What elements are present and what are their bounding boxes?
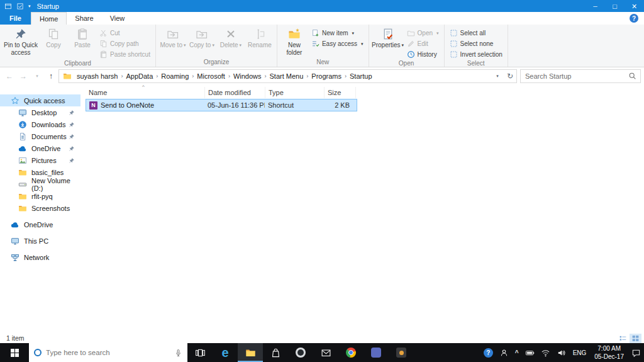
select-all-button[interactable]: Select all (448, 28, 504, 38)
new-item-caret-icon (351, 30, 355, 37)
sidebar-item-label: OneDrive (24, 221, 53, 229)
file-row-send-to-onenote[interactable]: Send to OneNote 05-Jun-16 11:36 PM Short… (86, 99, 357, 111)
breadcrumb-item[interactable]: Startup (347, 72, 375, 81)
recent-locations-caret-icon[interactable] (31, 70, 43, 82)
sidebar-item-onedrive[interactable]: OneDrive (0, 218, 80, 230)
paste-shortcut-button[interactable]: Paste shortcut (98, 50, 152, 59)
file-explorer-button[interactable] (238, 343, 263, 362)
language-indicator[interactable]: ENG (569, 349, 591, 356)
large-icons-view-button[interactable] (630, 334, 641, 343)
invert-selection-button[interactable]: Invert selection (448, 50, 504, 59)
sidebar-item-desktop[interactable]: Desktop (0, 106, 80, 118)
forward-button[interactable] (17, 70, 30, 82)
paste-button[interactable]: Paste (68, 26, 97, 59)
easy-access-button[interactable]: Easy access (310, 39, 365, 48)
column-header-name[interactable]: Name (86, 87, 205, 98)
microphone-icon[interactable] (174, 349, 182, 357)
mail-button[interactable] (313, 343, 338, 362)
properties-icon (382, 28, 394, 40)
github-button[interactable] (288, 343, 313, 362)
details-view-button[interactable] (617, 334, 629, 343)
help-icon[interactable] (630, 14, 638, 23)
search-input[interactable] (521, 72, 628, 80)
edge-button[interactable] (213, 343, 238, 362)
tray-help-button[interactable] (480, 343, 496, 362)
sidebar-item-pictures[interactable]: Pictures (0, 154, 80, 166)
show-hidden-icons-button[interactable] (512, 343, 522, 362)
delete-button[interactable]: Delete (216, 26, 245, 58)
action-center-button[interactable] (628, 343, 644, 362)
new-item-button[interactable]: New item (310, 28, 365, 38)
speaker-icon (557, 348, 566, 358)
refresh-icon[interactable] (504, 70, 516, 82)
breadcrumb-item[interactable]: AppData (123, 72, 156, 81)
rename-button[interactable]: Rename (245, 26, 274, 58)
people-button[interactable] (496, 343, 512, 362)
start-button[interactable] (0, 343, 29, 362)
column-header-size[interactable]: Size (325, 87, 356, 98)
copy-button[interactable]: Copy (39, 26, 68, 59)
sidebar-item-rfit-pyq[interactable]: rfit-pyq (0, 190, 80, 202)
sidebar-item-downloads[interactable]: Downloads (0, 118, 80, 130)
explorer-window-icon[interactable] (4, 3, 12, 10)
folder-icon (18, 168, 27, 177)
cut-button[interactable]: Cut (98, 28, 152, 38)
pin-to-quick-access-button[interactable]: Pin to Quick access (3, 26, 39, 59)
close-button[interactable] (625, 0, 644, 12)
copy-path-button[interactable]: Copy path (98, 39, 152, 48)
clock-time: 7:00 AM (594, 344, 624, 353)
onedrive-icon (18, 144, 27, 153)
copy-to-button[interactable]: Copy to (187, 26, 216, 58)
open-button[interactable]: Open (406, 28, 440, 38)
breadcrumb-item[interactable]: Roaming (158, 72, 192, 81)
new-folder-button[interactable]: New folder (280, 26, 309, 58)
volume-button[interactable] (553, 343, 569, 362)
properties-qat-icon[interactable] (16, 3, 24, 10)
column-header-date-modified[interactable]: Date modified (205, 87, 265, 98)
sidebar-item-new-volume-d[interactable]: New Volume (D:) (0, 178, 80, 190)
tab-view[interactable]: View (102, 12, 133, 25)
clock[interactable]: 7:00 AM 05-Dec-17 (590, 344, 628, 361)
battery-button[interactable] (522, 343, 538, 362)
move-to-button[interactable]: Move to (158, 26, 187, 58)
organize-group-label: Organize (157, 58, 275, 67)
search-icon[interactable] (628, 72, 636, 80)
up-button[interactable] (45, 70, 57, 82)
sidebar-item-documents[interactable]: Documents (0, 130, 80, 142)
maximize-button[interactable] (605, 0, 625, 12)
breadcrumb-item[interactable]: suyash harsh (74, 72, 121, 81)
sidebar-item-network[interactable]: Network (0, 251, 80, 263)
store-button[interactable] (263, 343, 288, 362)
breadcrumb[interactable]: suyash harsh AppData Roaming Microsoft W… (58, 69, 517, 83)
breadcrumb-item[interactable]: Programs (308, 72, 345, 81)
discord-button[interactable] (364, 343, 389, 362)
tab-share[interactable]: Share (67, 12, 101, 25)
sidebar-item-quick-access[interactable]: Quick access (0, 94, 80, 106)
network-button[interactable] (538, 343, 553, 362)
copy-icon (47, 28, 60, 40)
select-none-label: Select none (460, 40, 494, 47)
edit-button[interactable]: Edit (406, 39, 440, 48)
minimize-button[interactable] (586, 0, 605, 12)
tab-home[interactable]: Home (31, 12, 67, 25)
store-icon (270, 348, 281, 358)
properties-button[interactable]: Properties (372, 26, 404, 59)
customize-qat-caret-icon[interactable] (28, 4, 31, 8)
sidebar-item-this-pc[interactable]: This PC (0, 235, 80, 247)
select-none-button[interactable]: Select none (448, 39, 504, 48)
back-button[interactable] (3, 70, 16, 82)
sidebar-item-screenshots[interactable]: Screenshots (0, 202, 80, 214)
address-dropdown-caret-icon[interactable] (491, 70, 504, 82)
breadcrumb-item[interactable]: Microsoft (194, 72, 228, 81)
tab-file[interactable]: File (0, 12, 31, 25)
taskbar-search-input[interactable] (46, 349, 170, 356)
camera-button[interactable] (389, 343, 414, 362)
breadcrumb-item[interactable]: Start Menu (267, 72, 307, 81)
sidebar-item-onedrive-pinned[interactable]: OneDrive (0, 142, 80, 154)
history-button[interactable]: History (406, 50, 440, 59)
chrome-button[interactable] (338, 343, 364, 362)
breadcrumb-item[interactable]: Windows (230, 72, 265, 81)
task-view-button[interactable] (187, 343, 213, 362)
rename-label: Rename (248, 42, 272, 49)
column-header-type[interactable]: Type (265, 87, 325, 98)
